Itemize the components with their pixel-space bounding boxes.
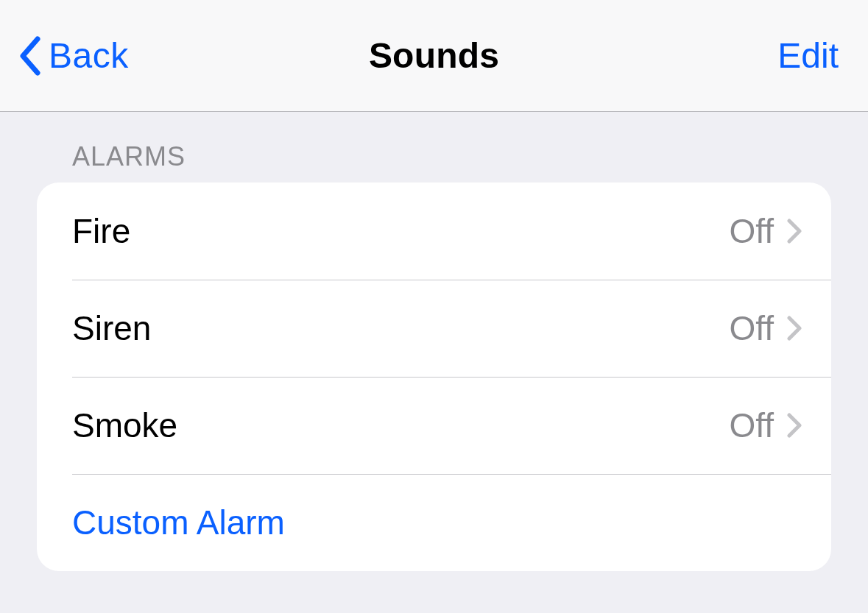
chevron-right-icon — [787, 413, 802, 438]
chevron-right-icon — [787, 219, 802, 244]
alarm-row-siren[interactable]: Siren Off — [37, 280, 831, 377]
back-button[interactable]: Back — [18, 35, 129, 76]
row-value: Off — [729, 405, 774, 445]
content-area: ALARMS Fire Off Siren Off Smoke Off Cust… — [0, 112, 868, 571]
edit-button[interactable]: Edit — [777, 35, 839, 76]
row-value: Off — [729, 211, 774, 251]
chevron-right-icon — [787, 316, 802, 341]
row-label: Fire — [72, 211, 729, 251]
custom-alarm-button[interactable]: Custom Alarm — [37, 474, 831, 571]
navigation-bar: Back Sounds Edit — [0, 0, 868, 112]
chevron-left-icon — [18, 36, 41, 76]
alarm-row-fire[interactable]: Fire Off — [37, 183, 831, 280]
row-label: Smoke — [72, 405, 729, 445]
alarms-list: Fire Off Siren Off Smoke Off Custom Alar… — [37, 183, 831, 571]
back-label: Back — [49, 35, 129, 76]
section-header-alarms: ALARMS — [37, 112, 831, 183]
row-value: Off — [729, 308, 774, 348]
row-label: Custom Alarm — [72, 503, 802, 542]
row-label: Siren — [72, 308, 729, 348]
page-title: Sounds — [369, 35, 499, 76]
alarm-row-smoke[interactable]: Smoke Off — [37, 377, 831, 474]
